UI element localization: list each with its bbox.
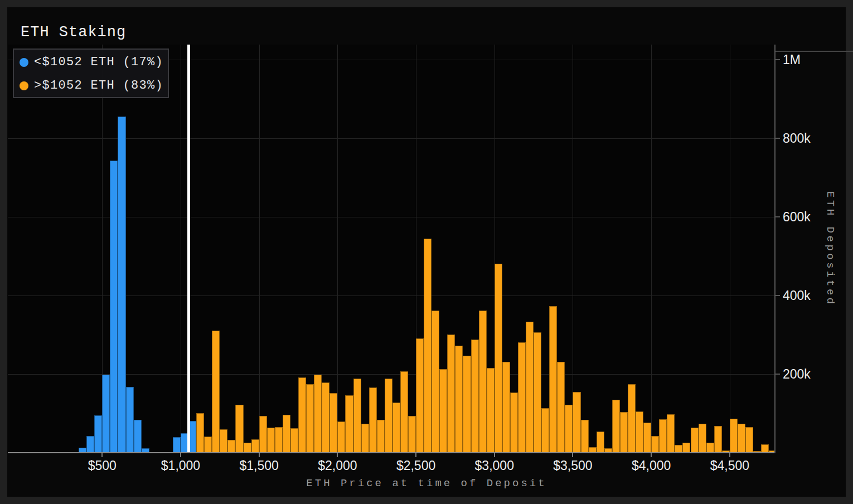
histogram-bar[interactable] [706,443,714,453]
histogram-bar[interactable] [612,400,620,453]
histogram-bar[interactable] [534,332,541,453]
histogram-bar[interactable] [636,411,643,453]
x-tick-mark [494,453,495,457]
histogram-bar[interactable] [651,436,659,453]
histogram-bar[interactable] [675,445,682,453]
histogram-bar[interactable] [432,311,439,453]
histogram-bar[interactable] [235,405,243,453]
histogram-bar[interactable] [377,420,385,453]
histogram-bar[interactable] [314,375,322,453]
histogram-bar[interactable] [298,377,306,453]
histogram-bar[interactable] [699,424,706,453]
y-tick-label: 400k [783,288,811,303]
histogram-bar[interactable] [220,429,227,453]
histogram-bar[interactable] [738,424,745,453]
histogram-bar[interactable] [447,335,455,453]
plot-area[interactable] [8,45,775,453]
histogram-bar[interactable] [581,420,589,453]
v-gridline [181,45,181,453]
y-tick-label: 800k [783,131,811,146]
histogram-bar[interactable] [565,405,573,453]
x-tick-mark [729,453,730,457]
histogram-bar[interactable] [322,382,329,453]
histogram-bar[interactable] [204,437,212,453]
histogram-bar[interactable] [714,426,722,453]
histogram-bar[interactable] [306,384,314,453]
histogram-bar[interactable] [730,419,738,453]
histogram-bar[interactable] [643,423,651,453]
histogram-bar[interactable] [94,415,102,453]
histogram-bar[interactable] [487,368,495,453]
histogram-bar[interactable] [244,443,251,453]
x-tick-label: $4,500 [691,458,769,473]
histogram-bar[interactable] [667,414,675,453]
histogram-bar[interactable] [337,421,345,453]
histogram-bar[interactable] [86,436,94,453]
v-gridline [259,45,260,453]
histogram-bar[interactable] [510,392,518,453]
histogram-bar[interactable] [267,428,275,453]
histogram-bar[interactable] [745,427,753,453]
histogram-bar[interactable] [573,392,580,453]
histogram-bar[interactable] [134,420,142,453]
threshold-line-1052 [187,45,190,453]
histogram-bar[interactable] [479,311,487,453]
histogram-bar[interactable] [283,415,290,453]
v-gridline [337,45,338,453]
histogram-bar[interactable] [259,416,267,453]
histogram-bar[interactable] [628,384,636,453]
histogram-bar[interactable] [424,239,432,453]
histogram-bar[interactable] [369,387,377,453]
histogram-bar[interactable] [329,393,337,453]
histogram-bar[interactable] [518,342,526,453]
histogram-bar[interactable] [502,362,510,453]
histogram-bar[interactable] [597,432,604,453]
legend-item-below-threshold[interactable]: <$1052 ETH (17%) [14,50,168,74]
histogram-bar[interactable] [118,117,125,453]
histogram-bar[interactable] [691,428,699,453]
histogram-bar[interactable] [620,412,628,453]
histogram-bar[interactable] [173,437,181,453]
y-tick-label: 1M [783,52,801,67]
histogram-bar[interactable] [353,379,361,453]
histogram-bar[interactable] [541,408,549,453]
histogram-bar[interactable] [761,444,769,453]
histogram-bar[interactable] [227,440,235,453]
histogram-bar[interactable] [275,427,283,453]
x-tick-mark [180,453,181,457]
histogram-bar[interactable] [455,346,463,453]
legend-item-above-threshold[interactable]: >$1052 ETH (83%) [14,74,168,98]
legend-label: <$1052 ETH (17%) [34,55,163,69]
histogram-bar[interactable] [526,322,534,453]
histogram-bar[interactable] [196,413,204,453]
legend-label: >$1052 ETH (83%) [34,79,163,93]
histogram-bar[interactable] [345,395,353,453]
y-tick-mark [775,138,780,139]
histogram-bar[interactable] [495,264,502,453]
x-tick-label: $2,500 [377,458,455,473]
histogram-bar[interactable] [549,306,557,453]
histogram-bar[interactable] [659,419,667,453]
histogram-bar[interactable] [400,371,408,453]
y-tick-label: 200k [783,367,811,381]
histogram-bar[interactable] [126,387,134,453]
histogram-bar[interactable] [463,356,471,453]
histogram-bar[interactable] [251,439,259,453]
histogram-bar[interactable] [682,443,690,453]
x-axis-title: ETH Price at time of Deposit [0,477,853,490]
histogram-bar[interactable] [290,428,298,453]
y-axis-line [774,45,776,453]
histogram-bar[interactable] [102,375,110,453]
histogram-bar[interactable] [110,161,118,453]
histogram-bar[interactable] [392,403,400,453]
histogram-bar[interactable] [416,338,424,453]
histogram-bar[interactable] [212,331,220,453]
histogram-bar[interactable] [439,369,447,453]
histogram-bar[interactable] [385,379,392,453]
histogram-bar[interactable] [471,340,479,453]
y-tick-mark [775,374,780,375]
histogram-bar[interactable] [557,362,565,453]
x-tick-mark [651,453,652,457]
histogram-bar[interactable] [361,424,369,453]
histogram-bar[interactable] [408,416,416,453]
